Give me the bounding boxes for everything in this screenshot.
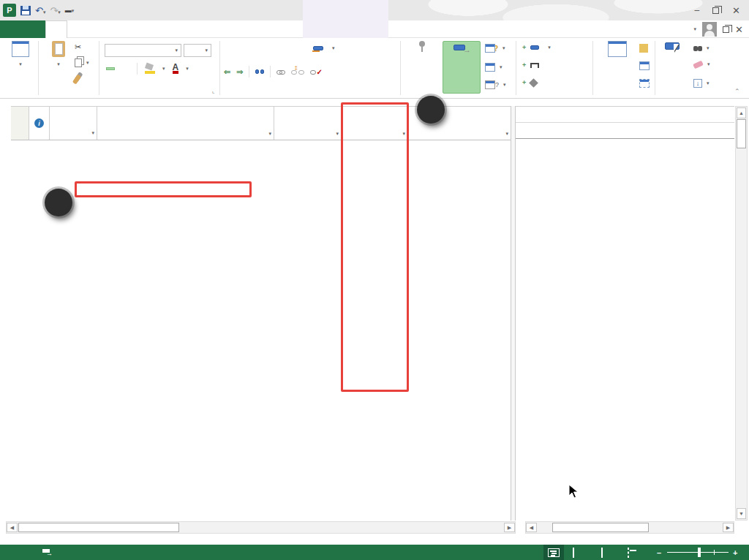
fill-button[interactable]: ↓▾ xyxy=(693,79,710,88)
pane-splitter[interactable] xyxy=(511,106,516,521)
tab-file[interactable] xyxy=(0,20,45,38)
duration-column-header[interactable]: ▾ xyxy=(274,107,342,140)
gantt-horizontal-scrollbar[interactable]: ◀ ▶ xyxy=(525,521,734,534)
scroll-up-icon[interactable]: ▲ xyxy=(737,107,746,118)
unlink-tasks-icon[interactable]: ‡ xyxy=(291,67,304,76)
qat-customize-icon[interactable]: ▬▾ xyxy=(65,7,75,14)
copy-icon xyxy=(75,58,82,67)
annotation-step-3 xyxy=(417,96,445,124)
details-icon xyxy=(639,61,650,70)
move-task-icon xyxy=(485,63,495,72)
paste-button[interactable]: ▾ xyxy=(45,41,72,69)
app-icon[interactable]: P xyxy=(3,4,16,17)
team-planner-view-icon xyxy=(601,548,603,558)
move-task-button[interactable]: ▾ xyxy=(485,63,503,72)
gantt-scroll-thumb[interactable] xyxy=(552,523,649,532)
scroll-down-icon[interactable]: ▼ xyxy=(737,508,746,519)
split-task-icon[interactable] xyxy=(255,69,264,74)
clear-button[interactable]: ▾ xyxy=(693,61,710,67)
bold-button[interactable] xyxy=(106,67,115,70)
info-column-header[interactable]: i xyxy=(29,107,50,140)
zoom-slider-thumb[interactable] xyxy=(698,548,701,557)
new-tasks-mode[interactable]: → xyxy=(42,549,57,556)
paste-icon xyxy=(52,41,65,57)
tab-format[interactable] xyxy=(303,20,388,38)
minimize-icon[interactable]: – xyxy=(694,5,699,15)
save-icon[interactable] xyxy=(20,6,31,15)
inspect-task-button[interactable]: ?▾ xyxy=(485,44,505,53)
tab-task[interactable] xyxy=(45,20,67,38)
tab-report[interactable] xyxy=(88,20,108,38)
find-icon xyxy=(693,44,702,53)
copy-button[interactable]: ▾ xyxy=(75,58,89,67)
zoom-in-icon[interactable]: + xyxy=(733,548,737,557)
font-dialog-launcher-icon[interactable]: ⌞ xyxy=(212,88,215,94)
respect-links-button[interactable]: ✓ xyxy=(310,67,325,76)
redo-icon[interactable]: ↷▾ xyxy=(50,5,60,16)
task-mode-button[interactable]: ?▾ xyxy=(485,80,506,89)
insert-task-button[interactable]: + ▾ xyxy=(522,44,551,51)
close-icon-2[interactable]: ✕ xyxy=(735,24,743,35)
team-planner-view-toggle[interactable] xyxy=(601,548,603,557)
indent-icon[interactable]: ⇒ xyxy=(236,67,243,77)
zoom-out-icon[interactable]: – xyxy=(657,548,661,557)
cut-button[interactable]: ✂ xyxy=(75,42,81,52)
information-button[interactable] xyxy=(597,41,638,58)
avatar[interactable] xyxy=(702,22,717,37)
timescale-weeks[interactable] xyxy=(516,123,734,139)
table-scroll-right-icon[interactable]: ▶ xyxy=(504,523,515,532)
font-name-select[interactable]: ▾ xyxy=(105,44,181,57)
task-usage-view-toggle[interactable] xyxy=(573,548,574,557)
manually-schedule-button[interactable] xyxy=(403,41,441,53)
link-tasks-icon[interactable] xyxy=(276,67,285,76)
background-color-button[interactable] xyxy=(145,64,155,74)
auto-schedule-icon: → xyxy=(453,45,470,52)
format-painter-button[interactable] xyxy=(75,75,79,84)
table-horizontal-scrollbar[interactable]: ◀ ▶ xyxy=(6,521,516,534)
insert-milestone-button[interactable]: + xyxy=(522,79,541,86)
gantt-chart-pane xyxy=(516,106,734,521)
mark-on-track-button[interactable]: ▾ xyxy=(313,45,335,51)
cbs-column-header[interactable]: ▾ xyxy=(50,107,97,140)
vertical-scrollbar[interactable]: ▲ ▼ xyxy=(735,106,748,521)
mouse-cursor xyxy=(568,484,579,499)
table-scroll-left-icon[interactable]: ◀ xyxy=(7,523,18,532)
description-column-header[interactable]: ▾ xyxy=(97,107,274,140)
add-to-timeline-icon xyxy=(639,79,650,88)
account-dropdown-icon[interactable]: ▾ xyxy=(694,26,697,32)
gantt-view-icon xyxy=(548,548,560,557)
insert-summary-button[interactable]: + xyxy=(522,61,543,69)
auto-schedule-button[interactable]: → xyxy=(443,41,481,94)
tab-view[interactable] xyxy=(129,20,149,38)
add-to-timeline-button[interactable] xyxy=(639,79,650,88)
collapse-ribbon-icon[interactable]: ⌃ xyxy=(734,88,740,95)
notes-button[interactable] xyxy=(639,44,648,53)
undo-icon[interactable]: ↶▾ xyxy=(35,5,45,16)
tab-resource[interactable] xyxy=(67,20,88,38)
close-icon[interactable]: ✕ xyxy=(732,5,740,16)
quick-access-toolbar: P ↶▾ ↷▾ ▬▾ xyxy=(0,0,74,20)
font-color-button[interactable]: A xyxy=(173,64,179,74)
zoom-slider[interactable] xyxy=(667,552,729,553)
sheet-view-toggle[interactable] xyxy=(628,548,629,557)
gantt-chart-view-button[interactable]: ▾ xyxy=(4,41,37,69)
timescale-months[interactable] xyxy=(516,106,734,123)
gantt-chart-icon xyxy=(12,41,29,57)
restore-icon[interactable] xyxy=(712,7,719,14)
gantt-view-toggle[interactable] xyxy=(543,545,564,560)
restore-icon-2[interactable] xyxy=(723,26,729,33)
find-button[interactable]: ▾ xyxy=(693,44,710,53)
table-scroll-thumb[interactable] xyxy=(18,523,179,532)
gantt-scroll-left-icon[interactable]: ◀ xyxy=(526,523,537,532)
vertical-scroll-thumb[interactable] xyxy=(737,119,746,148)
scroll-to-task-button[interactable] xyxy=(658,41,691,57)
gantt-scroll-right-icon[interactable]: ▶ xyxy=(723,523,734,532)
font-size-select[interactable]: ▾ xyxy=(184,44,211,57)
insert-summary-icon: + xyxy=(522,61,526,69)
fill-down-icon: ↓ xyxy=(693,79,702,88)
details-button[interactable] xyxy=(639,61,650,70)
format-painter-icon xyxy=(72,74,81,84)
tab-project[interactable] xyxy=(108,20,129,38)
row-number-header[interactable] xyxy=(11,107,29,140)
outdent-icon[interactable]: ⇐ xyxy=(224,67,230,77)
